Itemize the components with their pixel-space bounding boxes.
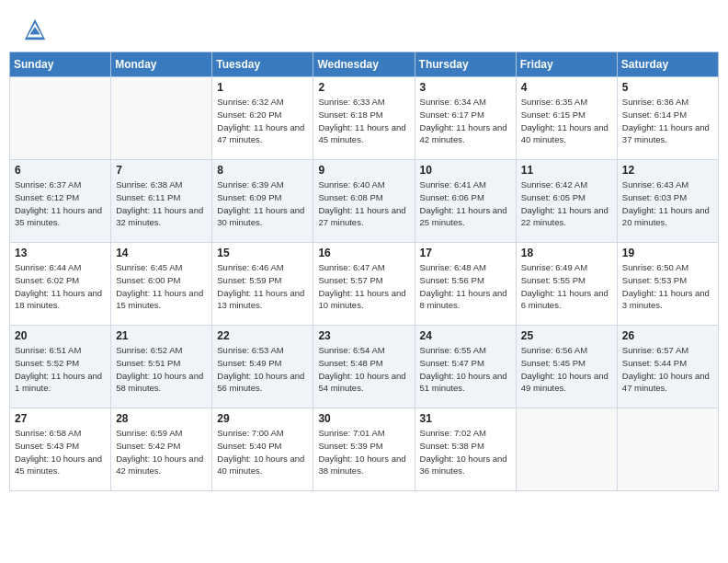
day-content: Sunrise: 6:58 AM Sunset: 5:43 PM Dayligh… [15, 427, 106, 477]
day-number: 22 [217, 329, 308, 342]
day-content: Sunrise: 6:39 AM Sunset: 6:09 PM Dayligh… [217, 178, 308, 229]
day-content: Sunrise: 6:49 AM Sunset: 5:55 PM Dayligh… [521, 261, 612, 312]
table-row: 24Sunrise: 6:55 AM Sunset: 5:47 PM Dayli… [415, 326, 516, 408]
day-number: 6 [15, 164, 106, 177]
table-row: 15Sunrise: 6:46 AM Sunset: 5:59 PM Dayli… [212, 243, 313, 326]
day-content: Sunrise: 7:02 AM Sunset: 5:38 PM Dayligh… [420, 427, 511, 477]
table-row: 2Sunrise: 6:33 AM Sunset: 6:18 PM Daylig… [313, 77, 415, 160]
day-number: 29 [217, 412, 308, 425]
day-number: 26 [622, 329, 713, 342]
table-row: 17Sunrise: 6:48 AM Sunset: 5:56 PM Dayli… [415, 243, 516, 326]
day-content: Sunrise: 6:42 AM Sunset: 6:05 PM Dayligh… [521, 178, 612, 229]
day-content: Sunrise: 6:35 AM Sunset: 6:15 PM Dayligh… [521, 96, 612, 146]
table-row: 5Sunrise: 6:36 AM Sunset: 6:14 PM Daylig… [617, 77, 718, 160]
day-content: Sunrise: 6:32 AM Sunset: 6:20 PM Dayligh… [217, 96, 308, 146]
table-row: 21Sunrise: 6:52 AM Sunset: 5:51 PM Dayli… [111, 326, 212, 408]
day-content: Sunrise: 6:33 AM Sunset: 6:18 PM Dayligh… [318, 96, 409, 146]
calendar-table: SundayMondayTuesdayWednesdayThursdayFrid… [9, 52, 719, 491]
table-row: 3Sunrise: 6:34 AM Sunset: 6:17 PM Daylig… [415, 77, 516, 160]
header [0, 0, 728, 52]
day-number: 31 [420, 412, 511, 425]
table-row: 1Sunrise: 6:32 AM Sunset: 6:20 PM Daylig… [212, 77, 313, 160]
table-row: 10Sunrise: 6:41 AM Sunset: 6:06 PM Dayli… [415, 160, 516, 243]
day-content: Sunrise: 6:44 AM Sunset: 6:02 PM Dayligh… [15, 261, 106, 312]
day-number: 2 [318, 81, 409, 94]
day-number: 16 [318, 247, 409, 259]
table-row: 14Sunrise: 6:45 AM Sunset: 6:00 PM Dayli… [111, 243, 212, 326]
table-row: 23Sunrise: 6:54 AM Sunset: 5:48 PM Dayli… [313, 326, 415, 408]
day-number: 18 [521, 247, 612, 259]
weekday-header: Saturday [617, 52, 718, 77]
table-row: 26Sunrise: 6:57 AM Sunset: 5:44 PM Dayli… [617, 326, 718, 408]
day-content: Sunrise: 6:38 AM Sunset: 6:11 PM Dayligh… [116, 178, 207, 229]
day-number: 25 [521, 329, 612, 342]
day-number: 21 [116, 329, 207, 342]
page: SundayMondayTuesdayWednesdayThursdayFrid… [0, 0, 728, 563]
table-row: 6Sunrise: 6:37 AM Sunset: 6:12 PM Daylig… [10, 160, 111, 243]
day-content: Sunrise: 6:47 AM Sunset: 5:57 PM Dayligh… [318, 261, 409, 312]
day-content: Sunrise: 6:37 AM Sunset: 6:12 PM Dayligh… [15, 178, 106, 229]
day-content: Sunrise: 7:00 AM Sunset: 5:40 PM Dayligh… [217, 427, 308, 477]
calendar-row: 6Sunrise: 6:37 AM Sunset: 6:12 PM Daylig… [10, 160, 719, 243]
weekday-header: Tuesday [212, 52, 313, 77]
day-number: 17 [420, 247, 511, 259]
day-content: Sunrise: 6:57 AM Sunset: 5:44 PM Dayligh… [622, 344, 713, 395]
day-content: Sunrise: 6:59 AM Sunset: 5:42 PM Dayligh… [116, 427, 207, 477]
calendar-wrapper: SundayMondayTuesdayWednesdayThursdayFrid… [0, 52, 728, 500]
table-row [617, 408, 718, 491]
table-row: 12Sunrise: 6:43 AM Sunset: 6:03 PM Dayli… [617, 160, 718, 243]
day-number: 7 [116, 164, 207, 177]
table-row [516, 408, 617, 491]
table-row: 9Sunrise: 6:40 AM Sunset: 6:08 PM Daylig… [313, 160, 415, 243]
day-number: 19 [622, 247, 713, 259]
weekday-header: Friday [516, 52, 617, 77]
table-row: 4Sunrise: 6:35 AM Sunset: 6:15 PM Daylig… [516, 77, 617, 160]
day-content: Sunrise: 6:45 AM Sunset: 6:00 PM Dayligh… [116, 261, 207, 312]
day-number: 9 [318, 164, 409, 177]
calendar-row: 27Sunrise: 6:58 AM Sunset: 5:43 PM Dayli… [10, 408, 719, 491]
day-content: Sunrise: 6:34 AM Sunset: 6:17 PM Dayligh… [420, 96, 511, 146]
calendar-header-row: SundayMondayTuesdayWednesdayThursdayFrid… [10, 52, 719, 77]
calendar-row: 13Sunrise: 6:44 AM Sunset: 6:02 PM Dayli… [10, 243, 719, 326]
logo [22, 17, 51, 42]
day-number: 4 [521, 81, 612, 94]
day-number: 8 [217, 164, 308, 177]
weekday-header: Wednesday [313, 52, 415, 77]
table-row [111, 77, 212, 160]
table-row: 31Sunrise: 7:02 AM Sunset: 5:38 PM Dayli… [415, 408, 516, 491]
table-row: 7Sunrise: 6:38 AM Sunset: 6:11 PM Daylig… [111, 160, 212, 243]
table-row: 30Sunrise: 7:01 AM Sunset: 5:39 PM Dayli… [313, 408, 415, 491]
day-number: 5 [622, 81, 713, 94]
table-row: 29Sunrise: 7:00 AM Sunset: 5:40 PM Dayli… [212, 408, 313, 491]
day-content: Sunrise: 6:41 AM Sunset: 6:06 PM Dayligh… [420, 178, 511, 229]
table-row: 25Sunrise: 6:56 AM Sunset: 5:45 PM Dayli… [516, 326, 617, 408]
weekday-header: Sunday [10, 52, 111, 77]
day-number: 15 [217, 247, 308, 259]
day-number: 12 [622, 164, 713, 177]
table-row: 13Sunrise: 6:44 AM Sunset: 6:02 PM Dayli… [10, 243, 111, 326]
table-row: 11Sunrise: 6:42 AM Sunset: 6:05 PM Dayli… [516, 160, 617, 243]
day-number: 3 [420, 81, 511, 94]
day-content: Sunrise: 7:01 AM Sunset: 5:39 PM Dayligh… [318, 427, 409, 477]
day-content: Sunrise: 6:52 AM Sunset: 5:51 PM Dayligh… [116, 344, 207, 395]
table-row: 20Sunrise: 6:51 AM Sunset: 5:52 PM Dayli… [10, 326, 111, 408]
day-number: 23 [318, 329, 409, 342]
day-content: Sunrise: 6:40 AM Sunset: 6:08 PM Dayligh… [318, 178, 409, 229]
day-number: 30 [318, 412, 409, 425]
day-content: Sunrise: 6:43 AM Sunset: 6:03 PM Dayligh… [622, 178, 713, 229]
day-content: Sunrise: 6:53 AM Sunset: 5:49 PM Dayligh… [217, 344, 308, 395]
calendar-row: 20Sunrise: 6:51 AM Sunset: 5:52 PM Dayli… [10, 326, 719, 408]
calendar-row: 1Sunrise: 6:32 AM Sunset: 6:20 PM Daylig… [10, 77, 719, 160]
day-content: Sunrise: 6:50 AM Sunset: 5:53 PM Dayligh… [622, 261, 713, 312]
day-number: 27 [15, 412, 106, 425]
day-content: Sunrise: 6:56 AM Sunset: 5:45 PM Dayligh… [521, 344, 612, 395]
table-row: 22Sunrise: 6:53 AM Sunset: 5:49 PM Dayli… [212, 326, 313, 408]
day-content: Sunrise: 6:48 AM Sunset: 5:56 PM Dayligh… [420, 261, 511, 312]
day-number: 13 [15, 247, 106, 259]
table-row: 27Sunrise: 6:58 AM Sunset: 5:43 PM Dayli… [10, 408, 111, 491]
day-number: 11 [521, 164, 612, 177]
day-number: 24 [420, 329, 511, 342]
day-number: 1 [217, 81, 308, 94]
day-number: 14 [116, 247, 207, 259]
day-content: Sunrise: 6:55 AM Sunset: 5:47 PM Dayligh… [420, 344, 511, 395]
